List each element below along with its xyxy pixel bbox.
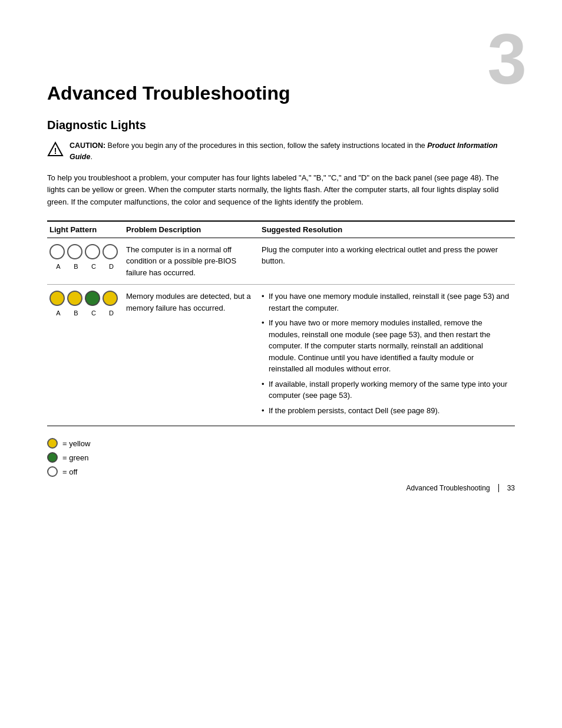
caution-body: Before you begin any of the procedures i… bbox=[108, 141, 428, 150]
light-label-D: D bbox=[104, 262, 119, 272]
light-1-1 bbox=[67, 291, 82, 306]
light-label-B: B bbox=[68, 308, 84, 318]
caution-label: CAUTION: bbox=[70, 141, 105, 150]
page-container: 3 Advanced Troubleshooting Diagnostic Li… bbox=[0, 0, 562, 516]
resolution-plain-0: Plug the computer into a working electri… bbox=[262, 244, 510, 267]
light-labels-0: ABCD bbox=[51, 262, 119, 272]
table-row: ABCDMemory modules are detected, but a m… bbox=[47, 285, 515, 426]
resolution-bullets-1: If you have one memory module installed,… bbox=[262, 291, 510, 416]
light-label-A: A bbox=[51, 262, 66, 272]
bullet-item: If available, install properly working m… bbox=[262, 378, 510, 401]
svg-text:!: ! bbox=[54, 146, 57, 156]
table-header-row: Light Pattern Problem Description Sugges… bbox=[47, 221, 515, 238]
col-header-light-pattern: Light Pattern bbox=[47, 221, 124, 238]
legend-yellow-label: = yellow bbox=[62, 439, 90, 448]
light-0-1 bbox=[67, 244, 82, 259]
page-footer: Advanced Troubleshooting 33 bbox=[406, 484, 515, 492]
caution-text: CAUTION: Before you begin any of the pro… bbox=[70, 140, 515, 163]
caution-end: . bbox=[90, 153, 92, 161]
legend-yellow-circle bbox=[47, 438, 58, 449]
legend-yellow: = yellow bbox=[47, 438, 515, 449]
bullet-item: If the problem persists, contact Dell (s… bbox=[262, 405, 510, 417]
diagnostic-table: Light Pattern Problem Description Sugges… bbox=[47, 220, 515, 427]
footer-divider bbox=[498, 484, 499, 492]
intro-paragraph: To help you troubleshoot a problem, your… bbox=[47, 172, 515, 209]
section-title: Diagnostic Lights bbox=[47, 118, 515, 132]
light-pattern-cell-0: ABCD bbox=[47, 238, 124, 285]
light-label-B: B bbox=[68, 262, 84, 272]
lights-row-1 bbox=[49, 291, 119, 306]
light-1-2 bbox=[85, 291, 100, 306]
light-1-0 bbox=[49, 291, 65, 306]
legend-green-label: = green bbox=[62, 453, 88, 462]
light-pattern-cell-1: ABCD bbox=[47, 285, 124, 426]
resolution-1: If you have one memory module installed,… bbox=[259, 285, 515, 426]
light-1-3 bbox=[103, 291, 118, 306]
problem-desc-0: The computer is in a normal off conditio… bbox=[124, 238, 259, 285]
legend-green: = green bbox=[47, 452, 515, 463]
legend-green-circle bbox=[47, 452, 58, 463]
problem-desc-1: Memory modules are detected, but a memor… bbox=[124, 285, 259, 426]
light-label-C: C bbox=[86, 262, 101, 272]
col-header-problem: Problem Description bbox=[124, 221, 259, 238]
light-0-2 bbox=[85, 244, 100, 259]
resolution-0: Plug the computer into a working electri… bbox=[259, 238, 515, 285]
col-header-resolution: Suggested Resolution bbox=[259, 221, 515, 238]
caution-box: ! CAUTION: Before you begin any of the p… bbox=[47, 140, 515, 163]
chapter-number: 3 bbox=[487, 24, 527, 94]
light-label-D: D bbox=[104, 308, 119, 318]
lights-row-0 bbox=[49, 244, 119, 259]
footer-text: Advanced Troubleshooting bbox=[406, 484, 490, 492]
legend: = yellow = green = off bbox=[47, 438, 515, 477]
table-row: ABCDThe computer is in a normal off cond… bbox=[47, 238, 515, 285]
bullet-item: If you have one memory module installed,… bbox=[262, 291, 510, 314]
legend-off: = off bbox=[47, 466, 515, 477]
caution-icon: ! bbox=[47, 141, 64, 158]
footer-page-number: 33 bbox=[507, 484, 515, 492]
light-label-C: C bbox=[86, 308, 101, 318]
legend-off-label: = off bbox=[62, 467, 77, 476]
light-label-A: A bbox=[51, 308, 66, 318]
light-0-0 bbox=[49, 244, 65, 259]
light-0-3 bbox=[103, 244, 118, 259]
light-labels-1: ABCD bbox=[51, 308, 119, 318]
chapter-title: Advanced Troubleshooting bbox=[47, 83, 515, 104]
bullet-item: If you have two or more memory modules i… bbox=[262, 317, 510, 375]
legend-off-circle bbox=[47, 466, 58, 477]
